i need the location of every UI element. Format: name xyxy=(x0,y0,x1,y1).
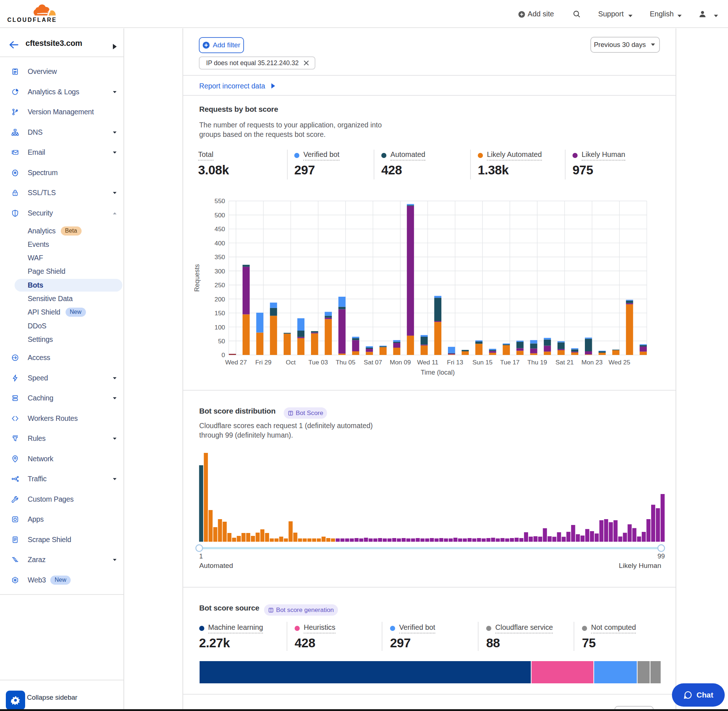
svg-text:Fri 29: Fri 29 xyxy=(255,358,271,366)
svg-text:99: 99 xyxy=(658,553,665,560)
svg-text:Wed 27: Wed 27 xyxy=(225,358,247,366)
svg-text:150: 150 xyxy=(214,310,225,317)
svg-text:200: 200 xyxy=(214,296,225,303)
svg-text:450: 450 xyxy=(214,225,225,233)
svg-text:Automated: Automated xyxy=(199,562,233,569)
svg-text:Time (local): Time (local) xyxy=(421,369,455,376)
svg-text:400: 400 xyxy=(214,239,225,247)
svg-text:Thu 19: Thu 19 xyxy=(527,358,547,366)
svg-text:Tue 03: Tue 03 xyxy=(309,358,328,366)
svg-text:Mon 23: Mon 23 xyxy=(582,358,603,366)
svg-text:100: 100 xyxy=(214,324,225,331)
svg-text:500: 500 xyxy=(214,211,225,219)
svg-text:1: 1 xyxy=(199,553,203,560)
svg-text:Tue 17: Tue 17 xyxy=(500,358,520,366)
svg-text:Requests: Requests xyxy=(193,264,201,292)
svg-text:350: 350 xyxy=(214,254,225,261)
svg-text:550: 550 xyxy=(214,197,225,205)
svg-text:Wed 11: Wed 11 xyxy=(417,358,438,366)
svg-text:0: 0 xyxy=(222,351,225,358)
svg-text:Thu 05: Thu 05 xyxy=(336,358,356,366)
svg-text:Oct: Oct xyxy=(286,358,296,366)
svg-text:Sat 07: Sat 07 xyxy=(364,358,382,366)
svg-text:Likely Human: Likely Human xyxy=(619,562,661,569)
svg-text:Wed 25: Wed 25 xyxy=(608,358,631,366)
svg-text:Fri 13: Fri 13 xyxy=(447,358,463,366)
svg-text:300: 300 xyxy=(214,268,225,275)
svg-text:Mon 09: Mon 09 xyxy=(390,358,411,366)
svg-text:250: 250 xyxy=(214,282,225,289)
svg-text:Sat 21: Sat 21 xyxy=(555,358,574,366)
svg-text:50: 50 xyxy=(218,338,225,345)
svg-text:Sun 15: Sun 15 xyxy=(473,358,492,366)
